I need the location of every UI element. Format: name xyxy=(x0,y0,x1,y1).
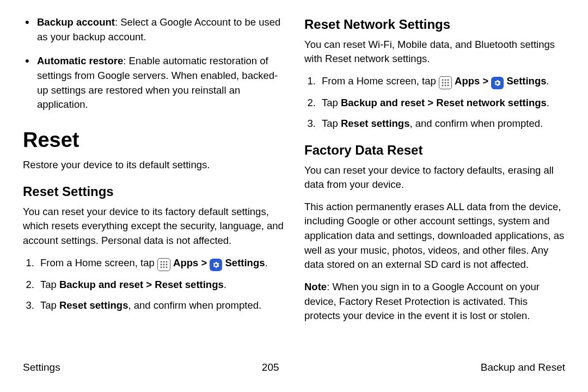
step-text: Tap xyxy=(40,299,59,311)
note-body: : When you sign in to a Google Account o… xyxy=(304,281,540,321)
list-item: Backup account: Select a Google Account … xyxy=(37,15,284,44)
reset-network-desc: You can reset Wi-Fi, Mobile data, and Bl… xyxy=(304,38,565,66)
step-text: From a Home screen, tap xyxy=(322,75,439,87)
step-bold: Reset settings xyxy=(59,299,128,311)
factory-reset-desc1: You can reset your device to factory def… xyxy=(304,163,565,192)
gear-icon xyxy=(491,77,504,89)
chevron-text: > xyxy=(198,257,210,268)
apps-label: Apps xyxy=(455,75,480,87)
svg-point-7 xyxy=(163,266,164,268)
apps-label: Apps xyxy=(173,257,198,268)
footer-page-number: 205 xyxy=(262,362,279,373)
svg-point-0 xyxy=(160,261,162,262)
heading-reset: Reset xyxy=(23,125,284,155)
svg-point-17 xyxy=(447,84,449,86)
apps-grid-icon xyxy=(439,76,452,89)
svg-point-2 xyxy=(166,261,167,262)
svg-point-8 xyxy=(166,266,167,268)
reset-settings-desc: You can reset your device to its factory… xyxy=(23,205,284,248)
heading-factory-reset: Factory Data Reset xyxy=(304,141,565,160)
heading-reset-network: Reset Network Settings xyxy=(304,15,565,34)
step-item: Tap Backup and reset > Reset network set… xyxy=(318,96,565,111)
svg-point-4 xyxy=(163,264,164,265)
heading-reset-settings: Reset Settings xyxy=(23,182,284,201)
step-item: Tap Reset settings, and confirm when pro… xyxy=(318,117,565,131)
factory-reset-note: Note: When you sign in to a Google Accou… xyxy=(304,280,565,323)
chevron-text: > xyxy=(480,75,491,87)
step-text: From a Home screen, tap xyxy=(40,257,157,268)
list-item: Automatic restore: Enable automatic rest… xyxy=(37,54,284,112)
page-footer: Settings 205 Backup and Reset xyxy=(0,359,588,373)
svg-point-11 xyxy=(447,79,449,81)
svg-point-10 xyxy=(444,79,446,81)
step-bold: Backup and reset > Reset network setting… xyxy=(341,97,547,108)
svg-point-1 xyxy=(163,261,164,262)
step-bold: Reset settings xyxy=(341,118,409,129)
steps-reset-network: From a Home screen, tap Apps > Settings.… xyxy=(304,74,565,131)
step-item: From a Home screen, tap Apps > Settings. xyxy=(37,256,284,271)
steps-reset-settings: From a Home screen, tap Apps > Settings.… xyxy=(23,256,284,313)
svg-point-3 xyxy=(160,264,162,265)
step-text: Tap xyxy=(322,118,341,129)
note-label: Note xyxy=(304,281,327,292)
svg-point-14 xyxy=(447,82,449,83)
svg-point-5 xyxy=(166,264,167,265)
step-text: , and confirm when prompted. xyxy=(409,118,543,129)
step-bold: Backup and reset > Reset settings xyxy=(59,279,224,290)
footer-left: Settings xyxy=(23,362,60,373)
right-column: Reset Network Settings You can reset Wi-… xyxy=(304,15,565,359)
svg-point-16 xyxy=(444,84,446,86)
step-item: From a Home screen, tap Apps > Settings. xyxy=(318,74,565,89)
step-text: , and confirm when prompted. xyxy=(128,299,261,311)
bullet-term: Automatic restore xyxy=(37,55,123,66)
left-column: Backup account: Select a Google Account … xyxy=(23,15,284,359)
heading-reset-sub: Restore your device to its default setti… xyxy=(23,158,284,173)
gear-icon xyxy=(210,259,222,271)
settings-label: Settings xyxy=(507,75,547,87)
step-item: Tap Backup and reset > Reset settings. xyxy=(37,278,284,292)
svg-point-6 xyxy=(160,266,162,268)
step-text: Tap xyxy=(322,97,341,108)
svg-point-12 xyxy=(442,82,443,83)
svg-point-9 xyxy=(442,79,443,81)
svg-point-13 xyxy=(444,82,446,83)
apps-grid-icon xyxy=(157,258,170,271)
settings-label: Settings xyxy=(225,257,265,268)
step-item: Tap Reset settings, and confirm when pro… xyxy=(37,298,284,313)
footer-right: Backup and Reset xyxy=(481,362,565,373)
factory-reset-desc2: This action permanently erases ALL data … xyxy=(304,200,565,272)
bullet-term: Backup account xyxy=(37,16,115,28)
svg-point-15 xyxy=(442,84,443,86)
step-text: Tap xyxy=(40,279,59,290)
bullet-list: Backup account: Select a Google Account … xyxy=(23,15,284,112)
